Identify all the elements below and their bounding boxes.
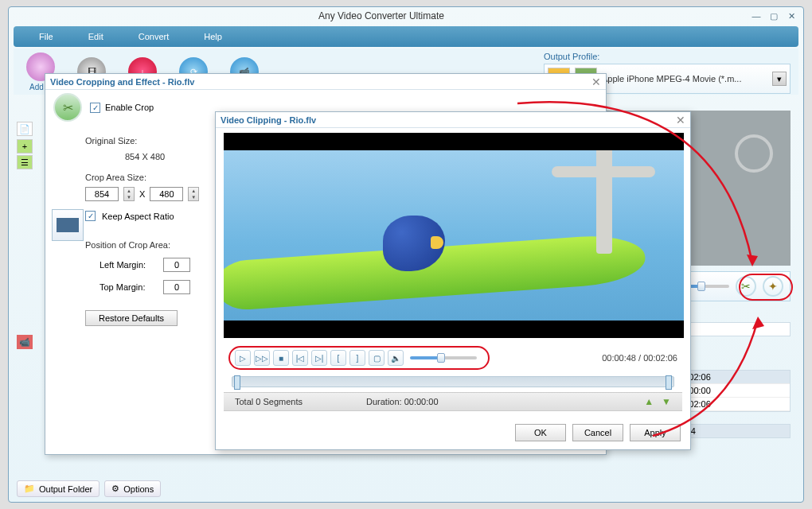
top-margin-input[interactable] <box>163 280 190 294</box>
cancel-button[interactable]: Cancel <box>572 424 623 441</box>
panel-doc-icon[interactable]: 📄 <box>17 122 33 136</box>
mark-in-button[interactable]: [ <box>330 350 346 366</box>
options-button[interactable]: ⚙ Options <box>104 480 161 497</box>
crop-tab-film[interactable] <box>52 209 84 241</box>
video-clipping-dialog: Video Clipping - Rio.flv ✕ ▷ ▷▷ ■ |◁ ▷| <box>215 111 691 450</box>
menu-convert[interactable]: Convert <box>121 29 187 45</box>
timeline-mark-end[interactable] <box>666 375 672 390</box>
folder-icon: 📁 <box>24 484 35 494</box>
window-title: Any Video Converter Ultimate <box>14 10 749 21</box>
segment-up-button[interactable]: ▲ <box>644 396 654 407</box>
clip-transport-bar: ▷ ▷▷ ■ |◁ ▷| [ ] ▢ 🔈 00:00:48 / 00:02:06 <box>224 343 682 373</box>
time-display: 00:00:48 / 00:02:06 <box>602 353 677 363</box>
panel-record-icon[interactable]: 📹 <box>17 335 33 349</box>
titlebar: Any Video Converter Ultimate — ▢ ✕ <box>9 7 803 25</box>
volume-slider[interactable] <box>410 356 477 359</box>
filmstrip-icon <box>57 218 79 232</box>
x-separator: X <box>139 189 145 199</box>
panel-preset-icon[interactable]: ☰ <box>17 155 33 169</box>
profile-name: Apple iPhone MPEG-4 Movie (*.m... <box>602 74 767 84</box>
enable-crop-label: Enable Crop <box>105 103 154 112</box>
play-button[interactable]: ▷ <box>235 350 251 366</box>
crop-height-spinner[interactable]: ▲▼ <box>188 187 199 201</box>
chevron-down-icon[interactable]: ▾ <box>772 72 787 86</box>
crop-width-input[interactable] <box>85 187 119 201</box>
clip-dialog-close-icon[interactable]: ✕ <box>676 114 685 126</box>
crop-dialog-title: Video Cropping and Effect - Rio.flv <box>50 77 194 87</box>
left-margin-input[interactable] <box>163 258 190 272</box>
stop-button[interactable]: ■ <box>273 350 289 366</box>
menu-file[interactable]: File <box>21 29 71 45</box>
time-current: 00:00:48 <box>602 353 636 363</box>
left-panel: 📄 + ☰ 📹 <box>17 122 44 464</box>
clip-video-preview <box>224 133 684 338</box>
crop-width-spinner[interactable]: ▲▼ <box>123 187 135 201</box>
segments-count: Total 0 Segments <box>235 397 303 406</box>
close-button[interactable]: ✕ <box>784 10 798 21</box>
menu-help[interactable]: Help <box>186 29 240 45</box>
callout-controls-highlight: ▷ ▷▷ ■ |◁ ▷| [ ] ▢ 🔈 <box>228 346 490 370</box>
clip-timeline[interactable] <box>232 376 674 387</box>
status-bar: 📁 Output Folder ⚙ Options <box>17 480 161 497</box>
crop-height-input[interactable] <box>150 187 183 201</box>
gear-icon: ⚙ <box>111 484 119 494</box>
next-frame-button[interactable]: ▷| <box>311 350 327 366</box>
crop-area-label: Crop Area Size: <box>85 173 146 182</box>
top-margin-label: Top Margin: <box>100 282 155 292</box>
clip-dialog-buttons: OK Cancel Apply <box>216 416 690 446</box>
keep-aspect-label: Keep Aspect Ratio <box>102 212 174 221</box>
video-frame-image <box>224 150 684 321</box>
crop-dialog-close-icon[interactable]: ✕ <box>591 76 601 88</box>
ok-button[interactable]: OK <box>515 424 566 441</box>
clip-dialog-titlebar: Video Clipping - Rio.flv ✕ <box>216 112 690 128</box>
crop-scissors-icon: ✂ <box>53 93 82 122</box>
maximize-button[interactable]: ▢ <box>767 10 781 21</box>
minimize-button[interactable]: — <box>749 10 763 21</box>
timeline-mark-start[interactable] <box>234 375 240 390</box>
left-margin-label: Left Margin: <box>100 260 155 270</box>
apply-button[interactable]: Apply <box>630 424 681 441</box>
panel-plus-icon[interactable]: + <box>17 139 33 153</box>
keep-aspect-checkbox[interactable] <box>85 211 96 221</box>
play-segment-button[interactable]: ▷▷ <box>254 350 270 366</box>
menu-edit[interactable]: Edit <box>71 29 121 45</box>
prev-frame-button[interactable]: |◁ <box>292 350 308 366</box>
segments-duration: Duration: 00:00:00 <box>366 397 439 406</box>
output-profile-label: Output Profile: <box>544 52 599 61</box>
enable-crop-checkbox[interactable] <box>90 103 100 113</box>
volume-button[interactable]: 🔈 <box>388 350 404 366</box>
output-folder-label: Output Folder <box>39 484 92 494</box>
statue-figure <box>579 150 630 286</box>
segments-row: Total 0 Segments Duration: 00:00:00 ▲ ▼ <box>224 392 682 411</box>
disc-outline-icon <box>735 134 773 173</box>
options-label: Options <box>123 484 154 494</box>
original-size-label: Original Size: <box>85 136 137 146</box>
menubar: File Edit Convert Help <box>14 26 798 47</box>
segment-down-button[interactable]: ▼ <box>662 396 671 407</box>
time-total: 00:02:06 <box>643 353 677 363</box>
crop-dialog-titlebar: Video Cropping and Effect - Rio.flv ✕ <box>45 74 606 90</box>
output-folder-button[interactable]: 📁 Output Folder <box>17 480 100 497</box>
slider-thumb[interactable] <box>697 282 705 291</box>
snapshot-button[interactable]: ▢ <box>369 350 385 366</box>
mark-out-button[interactable]: ] <box>349 350 365 366</box>
position-label: Position of Crop Area: <box>85 240 170 250</box>
restore-defaults-button[interactable]: Restore Defaults <box>85 310 178 326</box>
callout-circle-tools <box>739 274 793 301</box>
clip-dialog-title: Video Clipping - Rio.flv <box>221 115 316 125</box>
